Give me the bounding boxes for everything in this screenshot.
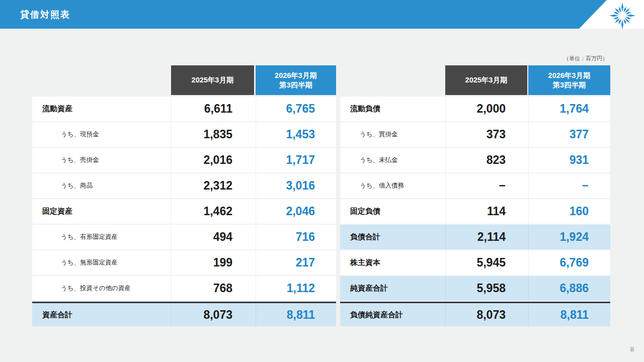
page-number: 8 bbox=[619, 345, 634, 353]
table-row: うち、有形固定資産 494 716 bbox=[32, 225, 336, 249]
value-fy2026: 8,811 bbox=[256, 303, 336, 326]
table-row: うち、未払金 823 931 bbox=[340, 148, 610, 172]
col-header-fy2025: 2025年3月期 bbox=[171, 65, 254, 95]
row-label: うち、現預金 bbox=[32, 130, 171, 139]
col-header-fy2026-line1: 2026年3月期 bbox=[275, 71, 317, 80]
value-fy2025: 6,611 bbox=[171, 97, 256, 121]
col-header-fy2026-line2: 第3四半期 bbox=[279, 80, 312, 90]
row-label: うち、買掛金 bbox=[340, 130, 445, 139]
value-fy2026: 6,769 bbox=[528, 250, 610, 275]
unit-note: （単位：百万円） bbox=[528, 55, 608, 62]
value-fy2026: 217 bbox=[256, 250, 336, 275]
col-header-fy2025-label: 2025年3月期 bbox=[192, 75, 234, 85]
title-bar: 貸借対照表 bbox=[0, 0, 644, 29]
value-fy2026: 1,924 bbox=[528, 225, 610, 249]
table-row: うち、商品 2,312 3,016 bbox=[32, 173, 336, 198]
value-fy2025: 768 bbox=[171, 276, 256, 301]
col-header-fy2026: 2026年3月期 第3四半期 bbox=[256, 65, 336, 95]
table-row: 固定資産 1,462 2,046 bbox=[32, 199, 336, 224]
value-fy2025: 8,073 bbox=[445, 303, 528, 326]
value-fy2026: 931 bbox=[528, 148, 610, 172]
row-label: うち、借入債務 bbox=[340, 182, 445, 190]
table-row: 流動負債 2,000 1,764 bbox=[340, 97, 610, 121]
assets-table: 2025年3月期 2026年3月期 第3四半期 流動資産 6,611 6,765… bbox=[32, 65, 336, 326]
col-header-fy2025: 2025年3月期 bbox=[445, 65, 527, 95]
value-fy2026: 6,886 bbox=[528, 276, 610, 301]
row-label: うち、売掛金 bbox=[32, 156, 171, 164]
row-label: 株主資本 bbox=[340, 258, 445, 267]
value-fy2025: 5,945 bbox=[445, 250, 528, 275]
row-label: 負債合計 bbox=[340, 232, 445, 242]
value-fy2025: 823 bbox=[445, 148, 528, 172]
table-row-total: 負債純資産合計 8,073 8,811 bbox=[340, 302, 610, 326]
row-label: 固定負債 bbox=[340, 207, 445, 216]
row-label: うち、未払金 bbox=[340, 156, 445, 164]
row-label: 流動資産 bbox=[32, 104, 171, 114]
table-row: うち、借入債務 − − bbox=[340, 173, 610, 198]
value-fy2025: 2,016 bbox=[171, 148, 256, 172]
table-row: うち、無形固定資産 199 217 bbox=[32, 250, 336, 275]
table-row: うち、現預金 1,835 1,453 bbox=[32, 122, 336, 147]
row-label: 流動負債 bbox=[340, 104, 445, 114]
assets-table-header: 2025年3月期 2026年3月期 第3四半期 bbox=[32, 65, 336, 95]
assets-table-body: 流動資産 6,611 6,765 うち、現預金 1,835 1,453 うち、売… bbox=[32, 97, 336, 326]
table-row: 固定負債 114 160 bbox=[340, 199, 610, 224]
value-fy2026: 716 bbox=[256, 225, 336, 249]
page-title: 貸借対照表 bbox=[20, 0, 70, 29]
row-label: うち、有形固定資産 bbox=[32, 233, 171, 241]
table-row-total: 資産合計 8,073 8,811 bbox=[32, 302, 336, 326]
value-fy2025: 1,462 bbox=[171, 199, 256, 224]
value-fy2026: 3,016 bbox=[256, 173, 336, 198]
table-row: うち、投資その他の資産 768 1,112 bbox=[32, 276, 336, 301]
col-header-fy2026-line2: 第3四半期 bbox=[552, 80, 586, 90]
value-fy2025: 373 bbox=[445, 122, 528, 147]
value-fy2026: 377 bbox=[528, 122, 610, 147]
value-fy2025: 1,835 bbox=[171, 122, 256, 147]
row-label: 負債純資産合計 bbox=[340, 310, 445, 320]
table-row-total: 負債合計 2,114 1,924 bbox=[340, 225, 610, 249]
row-label: 純資産合計 bbox=[340, 284, 445, 293]
value-fy2026: 8,811 bbox=[528, 303, 610, 326]
value-fy2026: 6,765 bbox=[256, 97, 336, 121]
value-fy2026: 1,112 bbox=[256, 276, 336, 301]
col-header-fy2026: 2026年3月期 第3四半期 bbox=[528, 65, 610, 95]
table-row: うち、売掛金 2,016 1,717 bbox=[32, 148, 336, 172]
table-row: 流動資産 6,611 6,765 bbox=[32, 97, 336, 121]
table-row-total: 純資産合計 5,958 6,886 bbox=[340, 276, 610, 301]
row-label: うち、投資その他の資産 bbox=[32, 284, 171, 293]
value-fy2025: 114 bbox=[445, 199, 528, 224]
table-row: うち、買掛金 373 377 bbox=[340, 122, 610, 147]
value-fy2025: 8,073 bbox=[171, 303, 256, 326]
col-header-fy2025-label: 2025年3月期 bbox=[465, 75, 508, 85]
col-header-fy2026-line1: 2026年3月期 bbox=[548, 71, 591, 80]
value-fy2026: 2,046 bbox=[256, 199, 336, 224]
row-label: うち、商品 bbox=[32, 182, 171, 190]
value-fy2025: 2,114 bbox=[445, 225, 528, 249]
value-fy2025: 5,958 bbox=[445, 276, 528, 301]
row-label: 固定資産 bbox=[32, 207, 171, 216]
sparkle-logo-icon bbox=[608, 1, 637, 30]
value-fy2025: − bbox=[445, 173, 528, 198]
row-label: 資産合計 bbox=[32, 310, 171, 320]
value-fy2025: 2,000 bbox=[445, 97, 528, 121]
table-row: 株主資本 5,945 6,769 bbox=[340, 250, 610, 275]
value-fy2026: − bbox=[528, 173, 610, 198]
value-fy2026: 1,764 bbox=[528, 97, 610, 121]
value-fy2025: 2,312 bbox=[171, 173, 256, 198]
title-bar-blue-shape bbox=[0, 0, 644, 29]
liabilities-table: 2025年3月期 2026年3月期 第3四半期 流動負債 2,000 1,764… bbox=[340, 65, 610, 326]
row-label: うち、無形固定資産 bbox=[32, 258, 171, 267]
slide: 貸借対照表 （単位：百万円） 8 bbox=[0, 0, 644, 362]
liabilities-table-body: 流動負債 2,000 1,764 うち、買掛金 373 377 うち、未払金 8… bbox=[340, 97, 610, 326]
liabilities-table-header: 2025年3月期 2026年3月期 第3四半期 bbox=[340, 65, 610, 95]
value-fy2025: 199 bbox=[171, 250, 256, 275]
value-fy2026: 160 bbox=[528, 199, 610, 224]
value-fy2026: 1,717 bbox=[256, 148, 336, 172]
value-fy2026: 1,453 bbox=[256, 122, 336, 147]
value-fy2025: 494 bbox=[171, 225, 256, 249]
